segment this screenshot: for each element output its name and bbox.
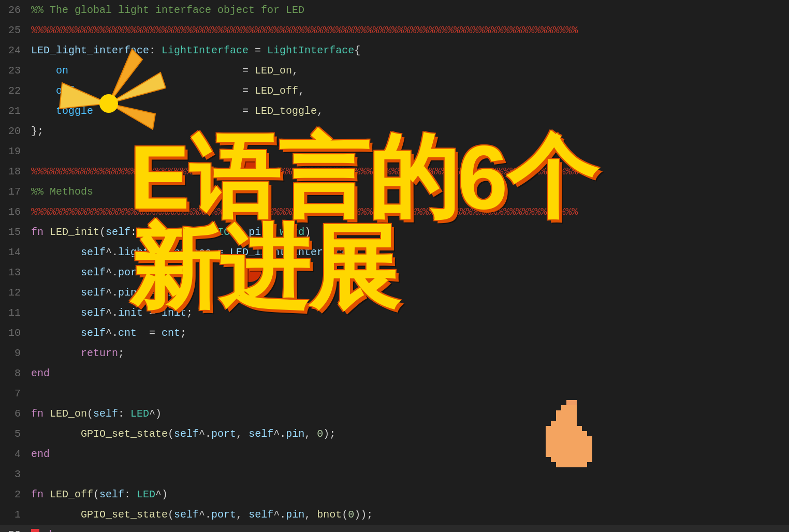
line-number: 15 [5, 226, 31, 238]
line-content: }; [31, 125, 43, 137]
code-line-19: 19 [0, 141, 789, 161]
line-number: 7 [5, 388, 31, 400]
line-content: %% The global light interface object for… [31, 4, 304, 16]
code-line-22: 22 off = LED_off, [0, 81, 789, 101]
code-line-20: 20 }; [0, 121, 789, 141]
line-number: 22 [5, 85, 31, 97]
line-content: self^.pin = pin; [31, 287, 186, 299]
line-content: end [31, 448, 50, 460]
line-number: 19 [5, 145, 31, 157]
code-line-16: 16 %%%%%%%%%%%%%%%%%%%%%%%%%%%%%%%%%%%%%… [0, 202, 789, 222]
code-line-52: 52 end [0, 525, 789, 532]
code-line-2: 2 fn LED_off(self: LED^) [0, 484, 789, 505]
code-line-8: 8 end [0, 363, 789, 383]
code-line-9: 9 return; [0, 343, 789, 363]
line-number: 24 [5, 45, 31, 56]
line-number: 17 [5, 186, 31, 198]
line-number: 21 [5, 105, 31, 117]
line-content: fn LED_off(self: LED^) [31, 489, 168, 500]
line-number: 25 [5, 24, 31, 36]
line-number: 9 [5, 347, 31, 359]
line-number: 11 [5, 307, 31, 319]
line-content: off = LED_off, [31, 85, 304, 97]
line-number: 14 [5, 246, 31, 258]
line-number: 3 [5, 468, 31, 480]
code-line-24: 24 LED_light_interface: LightInterface =… [0, 40, 789, 61]
code-line-25: 25 %%%%%%%%%%%%%%%%%%%%%%%%%%%%%%%%%%%%%… [0, 20, 789, 40]
line-number: 10 [5, 327, 31, 339]
code-line-6: 6 fn LED_on(self: LED^) [0, 404, 789, 424]
code-line-1: 1 GPIO_set_state(self^.port, self^.pin, … [0, 505, 789, 525]
line-number: 20 [5, 125, 31, 137]
line-content: self^.port = port; [31, 267, 193, 278]
code-line-23: 23 on = LED_on, [0, 61, 789, 81]
code-line-14: 14 self^.light_interface = LED_light_int… [0, 242, 789, 262]
code-line-13: 13 self^.port = port; [0, 262, 789, 283]
line-content: %% Methods [31, 186, 93, 198]
code-line-5: 5 GPIO_set_state(self^.port, self^.pin, … [0, 424, 789, 444]
line-content: GPIO_set_state(self^.port, self^.pin, 0)… [31, 428, 335, 440]
line-content: self^.cnt = cnt; [31, 327, 186, 339]
line-content: fn LED_on(self: LED^) [31, 408, 162, 420]
line-number: 13 [5, 267, 31, 278]
code-line-7: 7 [0, 383, 789, 404]
line-content: self^.init = init; [31, 307, 193, 319]
code-line-21: 21 toggle = LED_toggle, [0, 101, 789, 121]
code-lines: 26 %% The global light interface object … [0, 0, 789, 532]
line-content: return; [31, 347, 124, 359]
code-editor: 26 %% The global light interface object … [0, 0, 789, 532]
line-number: 23 [5, 65, 31, 77]
code-line-3: 3 [0, 464, 789, 484]
line-content: %%%%%%%%%%%%%%%%%%%%%%%%%%%%%%%%%%%%%%%%… [31, 166, 578, 178]
line-content: %%%%%%%%%%%%%%%%%%%%%%%%%%%%%%%%%%%%%%%%… [31, 24, 578, 36]
line-number: 52 [5, 529, 31, 532]
line-content: end [31, 367, 50, 379]
code-line-15: 15 fn LED_init(self: LED^, port: IO^, pi… [0, 222, 789, 242]
line-number: 6 [5, 408, 31, 420]
line-content: self^.light_interface = LED_light_interf… [31, 246, 360, 258]
line-content: GPIO_set_state(self^.port, self^.pin, bn… [31, 509, 373, 521]
line-number: 4 [5, 448, 31, 460]
code-line-18: 18 %%%%%%%%%%%%%%%%%%%%%%%%%%%%%%%%%%%%%… [0, 161, 789, 182]
line-content: %%%%%%%%%%%%%%%%%%%%%%%%%%%%%%%%%%%%%%%%… [31, 206, 578, 218]
code-line-17: 17 %% Methods [0, 182, 789, 202]
code-line-12: 12 self^.pin = pin; [0, 283, 789, 303]
cursor: e [31, 529, 39, 532]
line-content: fn LED_init(self: LED^, port: IO^, pin: … [31, 226, 311, 238]
line-number: 8 [5, 367, 31, 379]
code-line-11: 11 self^.init = init; [0, 303, 789, 323]
code-line-26: 26 %% The global light interface object … [0, 0, 789, 20]
line-number: 16 [5, 206, 31, 218]
line-number: 2 [5, 489, 31, 500]
code-line-10: 10 self^.cnt = cnt; [0, 323, 789, 343]
line-content: end [31, 529, 52, 532]
line-number: 5 [5, 428, 31, 440]
line-number: 12 [5, 287, 31, 299]
line-number: 1 [5, 509, 31, 521]
line-number: 26 [5, 4, 31, 16]
line-number: 18 [5, 166, 31, 178]
code-line-4: 4 end [0, 444, 789, 464]
line-content: on = LED_on, [31, 65, 298, 77]
line-content: LED_light_interface: LightInterface = Li… [31, 45, 360, 56]
line-content: toggle = LED_toggle, [31, 105, 323, 117]
